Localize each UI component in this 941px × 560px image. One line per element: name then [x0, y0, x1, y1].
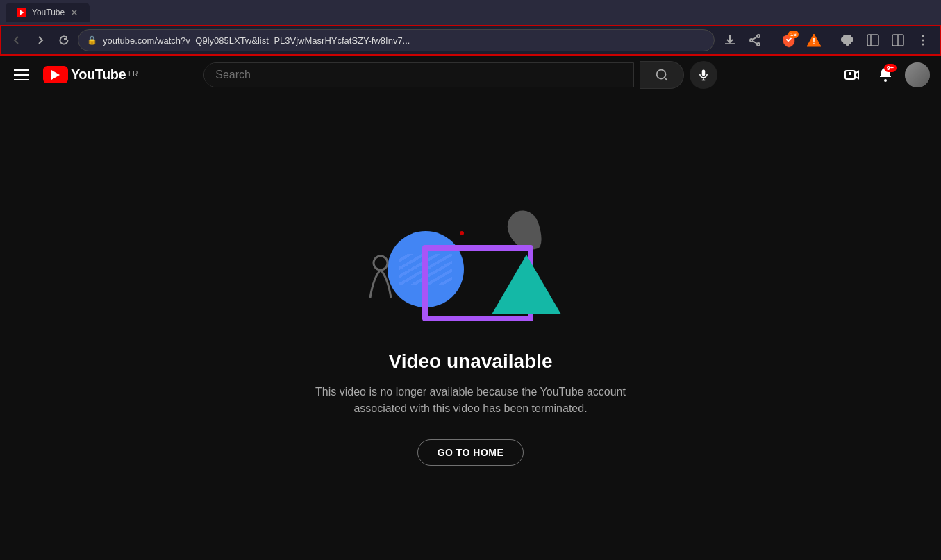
- extensions-button[interactable]: [837, 29, 859, 51]
- illustration-dot: [460, 231, 464, 235]
- navigation-bar: 🔒 youtube.com/watch?v=Q9ly085LXTw&list=P…: [0, 25, 941, 56]
- svg-point-17: [374, 256, 388, 270]
- brave-shield-button[interactable]: 16: [778, 29, 800, 51]
- split-view-button[interactable]: [887, 29, 909, 51]
- svg-point-2: [757, 35, 760, 37]
- go-to-home-button[interactable]: GO TO HOME: [417, 439, 524, 466]
- address-bar[interactable]: 🔒 youtube.com/watch?v=Q9ly085LXTw&list=P…: [78, 29, 715, 51]
- header-actions: 9+: [838, 61, 930, 89]
- tab-favicon-icon: [17, 8, 26, 17]
- avatar-image: [905, 62, 930, 87]
- youtube-header: YouTube FR: [0, 56, 941, 94]
- back-button[interactable]: [7, 31, 26, 50]
- browser-tab[interactable]: YouTube ✕: [6, 3, 90, 22]
- voice-search-button[interactable]: [690, 61, 717, 89]
- youtube-menu-button[interactable]: [11, 67, 32, 83]
- search-submit-button[interactable]: [640, 61, 684, 89]
- shield-badge-count: 16: [788, 31, 799, 38]
- main-content: Video unavailable This video is no longe…: [0, 94, 941, 560]
- tab-bar: YouTube ✕: [0, 0, 941, 25]
- tab-title: YouTube: [32, 8, 65, 17]
- reload-button[interactable]: [54, 31, 74, 50]
- browser-menu-button[interactable]: [912, 29, 934, 51]
- error-title: Video unavailable: [388, 350, 552, 373]
- download-button[interactable]: [719, 29, 741, 51]
- svg-point-11: [922, 44, 924, 46]
- error-description: This video is no longer available becaus…: [297, 384, 644, 417]
- search-container: [203, 61, 717, 89]
- svg-point-16: [884, 79, 887, 82]
- search-bar[interactable]: [203, 62, 634, 87]
- svg-point-3: [757, 43, 760, 46]
- youtube-logo[interactable]: YouTube FR: [43, 66, 138, 83]
- error-illustration: [353, 189, 589, 328]
- svg-text:!: !: [813, 37, 815, 46]
- illustration-swirl: [367, 253, 408, 307]
- svg-rect-13: [702, 69, 706, 76]
- nav-divider: [772, 32, 772, 49]
- tab-close-button[interactable]: ✕: [70, 7, 78, 18]
- hamburger-line: [14, 69, 29, 71]
- search-input[interactable]: [204, 63, 633, 87]
- hamburger-line: [14, 79, 29, 80]
- svg-point-10: [922, 40, 924, 42]
- url-text: youtube.com/watch?v=Q9ly085LXTw&list=PL3…: [103, 35, 706, 46]
- svg-point-4: [750, 39, 753, 42]
- youtube-content: YouTube FR: [0, 56, 941, 560]
- youtube-logo-icon: [43, 66, 68, 83]
- notification-badge: 9+: [884, 64, 897, 72]
- forward-button[interactable]: [31, 31, 50, 50]
- hamburger-line: [14, 74, 29, 76]
- youtube-play-triangle: [51, 70, 60, 80]
- user-avatar[interactable]: [905, 62, 930, 87]
- youtube-locale: FR: [128, 70, 138, 78]
- create-button[interactable]: [838, 61, 866, 89]
- sidebar-button[interactable]: [862, 29, 884, 51]
- svg-rect-7: [867, 35, 878, 46]
- lock-icon: 🔒: [87, 35, 97, 45]
- notifications-button[interactable]: 9+: [872, 61, 899, 89]
- nav-actions: 16 !: [719, 29, 934, 51]
- nav-divider-2: [831, 32, 831, 49]
- svg-point-12: [656, 69, 665, 78]
- youtube-logo-text: YouTube: [71, 67, 126, 83]
- browser-chrome: YouTube ✕ 🔒 youtube.com/watch?v=Q9ly085L…: [0, 0, 941, 56]
- illustration-triangle: [492, 255, 561, 314]
- svg-point-9: [922, 35, 924, 37]
- brave-alert-icon[interactable]: !: [803, 29, 825, 51]
- share-button[interactable]: [744, 29, 766, 51]
